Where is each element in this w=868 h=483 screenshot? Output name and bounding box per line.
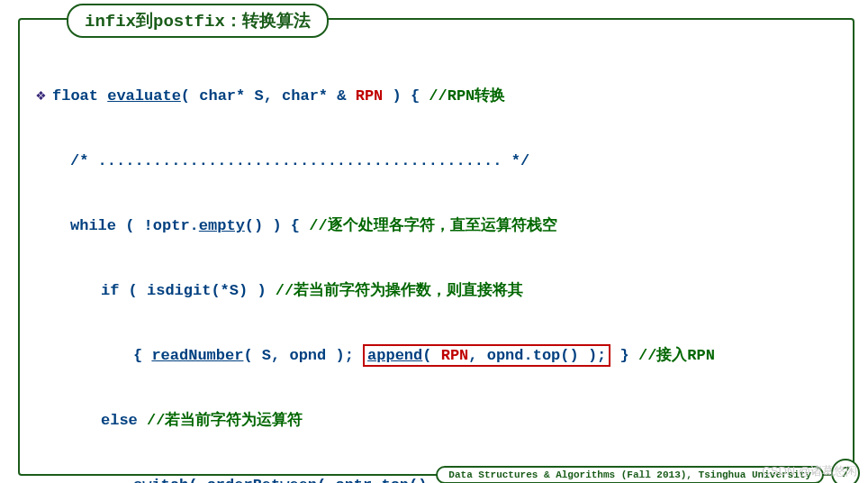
code-block: ❖float evaluate( char* S, char* & RPN ) … [36,47,836,483]
t: ) { [383,87,429,105]
t: } [610,347,638,364]
t: switch( [133,477,207,483]
cmt: //接入RPN [638,347,715,364]
t: else [101,412,147,429]
bullet-icon: ❖ [36,79,52,112]
t: ( S, opnd ); [243,347,363,364]
fn-orderbetween: orderBetween [207,477,317,483]
t: , opnd.top() ); [468,347,606,364]
t: float [52,87,107,105]
t: if ( isdigit(*S) ) [101,282,276,299]
fn-evaluate: evaluate [107,87,181,105]
cmt: //逐个处理各字符，直至运算符栈空 [309,217,556,234]
fn-readnumber: readNumber [151,347,243,364]
title-p4: ：转换算法 [225,12,311,32]
watermark: CSDN @诸葛悠闲 [762,463,857,479]
fn-top: top [381,477,409,483]
t: { [133,347,151,364]
cmt: //RPN转换 [429,87,505,105]
rpn: RPN [441,347,469,364]
title-p3: postfix [153,12,225,32]
t: ( char* S, char* & [181,87,356,105]
title-p2: 到 [136,12,153,32]
cmt: //若当前字符为操作数，则直接将其 [276,282,523,299]
t: ( optr. [317,477,381,483]
t: ( [422,347,440,364]
slide-frame: infix到postfix：转换算法 ❖float evaluate( char… [18,18,854,476]
slide-title: infix到postfix：转换算法 [67,4,329,38]
highlight-box-1: append( RPN, opnd.top() ); [363,344,610,367]
cmt-dots: /* .....................................… [70,152,529,169]
fn-append: append [367,347,422,364]
cmt: //若当前字符为运算符 [147,412,303,429]
t: () ) { [245,217,309,234]
rpn: RPN [356,87,384,105]
t: while ( !optr. [70,217,199,234]
title-p1: infix [85,12,136,32]
fn-empty: empty [199,217,245,234]
